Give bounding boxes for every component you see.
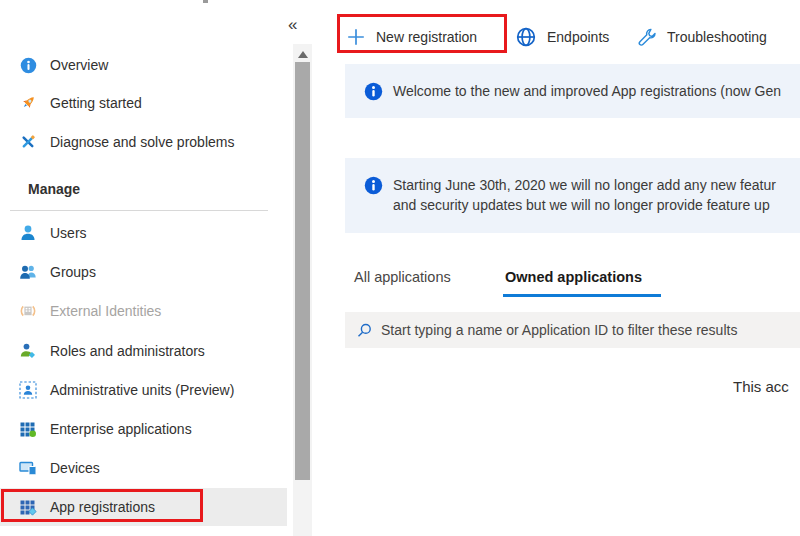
clipped-title-fragment — [203, 0, 208, 3]
sidebar-item-label: External Identities — [50, 303, 161, 319]
tab-owned-applications[interactable]: Owned applications — [505, 269, 642, 285]
troubleshooting-label: Troubleshooting — [667, 29, 767, 45]
sidebar-item-label: Getting started — [50, 95, 142, 111]
app-registrations-page: Overview Getting started Diagnose and so… — [0, 0, 800, 536]
endpoints-button[interactable]: Endpoints — [515, 23, 609, 51]
sidebar-item-app-registrations[interactable]: App registrations — [0, 488, 287, 526]
user-icon — [19, 224, 37, 242]
admin-units-icon — [19, 381, 37, 399]
wrench-icon — [636, 27, 657, 48]
deprecation-info-banner: Starting June 30th, 2020 we will no long… — [345, 158, 800, 233]
sidebar-item-label: Roles and administrators — [50, 343, 205, 359]
app-registrations-icon — [19, 498, 37, 516]
new-registration-button[interactable]: New registration — [346, 23, 477, 51]
application-filter-input[interactable] — [381, 312, 800, 348]
info-icon — [19, 56, 37, 74]
welcome-banner-text: Welcome to the new and improved App regi… — [393, 83, 781, 99]
sidebar-item-roles[interactable]: Roles and administrators — [0, 332, 287, 370]
endpoints-label: Endpoints — [547, 29, 609, 45]
devices-icon — [19, 459, 37, 477]
deprecation-banner-line2: and security updates but we will no long… — [393, 195, 776, 215]
roles-icon — [19, 342, 37, 360]
sidebar-item-label: Diagnose and solve problems — [50, 134, 234, 150]
new-registration-label: New registration — [376, 29, 477, 45]
rocket-icon — [19, 94, 37, 112]
plus-icon — [346, 27, 366, 47]
sidebar-item-label: Devices — [50, 460, 100, 476]
sidebar-collapse-button[interactable]: « — [288, 16, 297, 33]
sidebar-item-label: App registrations — [50, 499, 155, 515]
sidebar-item-label: Groups — [50, 264, 96, 280]
info-icon — [364, 82, 383, 101]
scrollbar-up-arrow[interactable] — [293, 46, 312, 62]
sidebar-item-label: Enterprise applications — [50, 421, 192, 437]
sidebar-item-groups[interactable]: Groups — [0, 253, 287, 291]
sidebar-item-label: Administrative units (Preview) — [50, 382, 234, 398]
sidebar-item-devices[interactable]: Devices — [0, 449, 287, 487]
sidebar-item-getting-started[interactable]: Getting started — [0, 84, 287, 122]
search-icon — [357, 323, 372, 338]
sidebar-item-overview[interactable]: Overview — [0, 46, 287, 84]
enterprise-apps-icon — [19, 420, 37, 438]
globe-icon — [515, 26, 537, 48]
tools-icon — [19, 133, 37, 151]
sidebar-item-diagnose[interactable]: Diagnose and solve problems — [0, 123, 287, 161]
selected-tab-underline — [503, 294, 661, 297]
sidebar-item-admin-units[interactable]: Administrative units (Preview) — [0, 371, 287, 409]
sidebar-scrollbar-thumb[interactable] — [295, 62, 310, 480]
empty-state-message: This acc — [733, 378, 789, 395]
up-triangle-icon — [298, 51, 308, 58]
sidebar-divider — [10, 210, 268, 211]
sidebar-item-users[interactable]: Users — [0, 214, 287, 252]
external-identities-icon — [19, 302, 37, 320]
sidebar-item-label: Overview — [50, 57, 108, 73]
deprecation-banner-line1: Starting June 30th, 2020 we will no long… — [393, 175, 776, 195]
troubleshooting-button[interactable]: Troubleshooting — [636, 23, 767, 51]
sidebar-group-manage: Manage — [28, 181, 80, 197]
sidebar-item-enterprise-apps[interactable]: Enterprise applications — [0, 410, 287, 448]
tab-all-applications[interactable]: All applications — [354, 269, 451, 285]
info-icon — [364, 176, 383, 195]
group-icon — [19, 263, 37, 281]
sidebar-item-label: Users — [50, 225, 87, 241]
application-filter-box — [345, 312, 800, 348]
welcome-info-banner: Welcome to the new and improved App regi… — [345, 64, 800, 118]
sidebar-item-external-identities[interactable]: External Identities — [0, 292, 287, 330]
